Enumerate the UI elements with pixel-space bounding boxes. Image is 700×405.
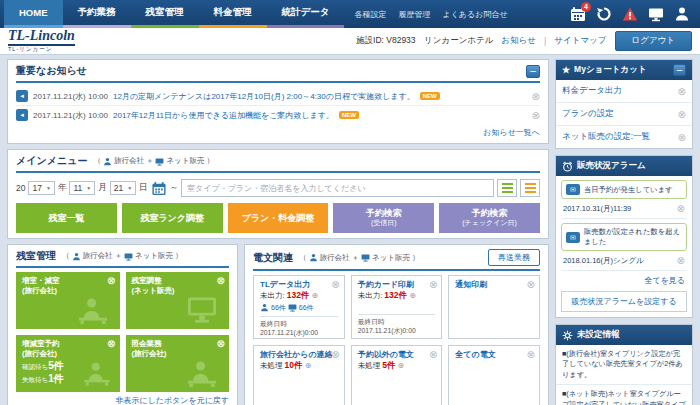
notice-link[interactable]: お知らせ	[501, 35, 536, 47]
agent-desk-icon	[74, 296, 112, 324]
net-sales-icon	[361, 253, 370, 262]
info-icon: ⊕	[398, 361, 405, 370]
travel-agent-icon	[260, 303, 269, 312]
tile-room-change-reservations[interactable]: ⊗ 増減室予約(旅行会社) 確認待ち5件 失敗待ち1件	[16, 335, 120, 392]
monitor-icon[interactable]	[648, 6, 664, 22]
shortcuts-panel: ★ Myショートカット − 料金データ出力⊗ プランの設定⊗ ネット販売の設定:…	[555, 59, 693, 149]
card-agency-contact[interactable]: ⊗ 旅行会社からの連絡 未処理 10件 ⊕	[253, 345, 345, 405]
day-label: 日	[139, 182, 148, 194]
card-notice-print[interactable]: ⊗ 通知印刷	[448, 275, 540, 339]
room-rank-adjust-button[interactable]: 残室ランク調整	[122, 203, 223, 233]
dismiss-icon[interactable]: ⊗	[532, 91, 540, 102]
app-logo[interactable]: TL-Lincoln TL-リンカーン	[8, 29, 75, 53]
net-sales-icon	[288, 303, 297, 312]
restore-hidden-buttons-link[interactable]: 非表示にしたボタンを元に戻す	[16, 392, 229, 405]
day-select[interactable]: 21▼	[110, 181, 136, 195]
plan-rate-adjust-button[interactable]: プラン・料金調整	[228, 203, 329, 233]
shortcut-net-sales-settings[interactable]: ネット販売の設定:一覧⊗	[556, 126, 692, 148]
dismiss-icon[interactable]: ⊗	[677, 255, 685, 266]
dismiss-icon[interactable]: ⊗	[331, 278, 339, 292]
sitemap-link[interactable]: サイトマップ	[554, 35, 606, 47]
alarm-detail-row: 2018.01.16(月)シングル ⊗	[561, 251, 687, 271]
shortcut-plan-settings[interactable]: プランの設定⊗	[556, 103, 692, 126]
dismiss-icon[interactable]: ⊗	[527, 348, 535, 362]
dismiss-icon[interactable]: ⊗	[532, 110, 540, 121]
calendar-badge: 4	[581, 2, 591, 12]
dismiss-icon[interactable]: ⊗	[107, 337, 115, 350]
info-icon: ⊕	[305, 361, 312, 370]
nav-tab-statistics[interactable]: 統計データ	[267, 0, 345, 28]
announcement-icon: ◂	[16, 90, 28, 102]
info-icon: ⊕	[409, 291, 416, 300]
nav-tab-home[interactable]: HOME	[4, 0, 63, 28]
list-view-orange-icon[interactable]	[520, 179, 540, 197]
collapse-announcements-button[interactable]: −	[526, 65, 540, 78]
shortcut-rate-data-output[interactable]: 料金データ出力⊗	[556, 80, 692, 103]
sales-alarm-title: 販売状況アラーム	[577, 160, 646, 172]
dismiss-icon[interactable]: ⊗	[331, 348, 339, 362]
dismiss-icon[interactable]: ⊗	[107, 274, 115, 287]
view-all-alarms-link[interactable]: 全てを見る	[561, 271, 687, 289]
year-select[interactable]: 17▼	[28, 181, 54, 195]
month-select[interactable]: 11▼	[69, 181, 95, 195]
card-non-reservation-telegrams[interactable]: ⊗ 予約以外の電文 未処理 5件 ⊕	[351, 345, 443, 405]
calendar-picker-icon[interactable]	[151, 181, 167, 196]
announcements-more-link[interactable]: お知らせ一覧へ	[16, 124, 540, 138]
dismiss-icon[interactable]: ⊗	[677, 203, 685, 214]
telegram-title: 電文関連	[253, 251, 293, 265]
unset-info-item: ■(ネット販売)ネット室タイプグループ設定が完了していない販売室タイプが3件あり…	[556, 385, 692, 405]
date-century: 20	[16, 183, 25, 193]
dismiss-icon[interactable]: ⊗	[678, 109, 686, 120]
month-label: 月	[98, 182, 107, 194]
calendar-icon[interactable]: 4	[570, 6, 586, 22]
resend-button[interactable]: 再送業務	[488, 249, 540, 266]
travel-agent-icon	[309, 253, 318, 262]
card-all-telegrams[interactable]: ⊗ 全ての電文	[448, 345, 540, 405]
telegram-panel: 電文関連 （ 旅行会社＋ ネット販売） 再送業務 ⊗ TLデータ出力 未出力: …	[244, 244, 549, 405]
sales-alarm-panel: 販売状況アラーム ✉ 当日予約が発生しています 2017.10.31(月)11:…	[555, 155, 693, 318]
card-reservation-card-print[interactable]: ⊗ 予約カード印刷 未出力: 132件 ⊕ 最終日時2017.11.21(水)0…	[351, 275, 443, 339]
agent-desk-icon	[82, 359, 112, 387]
nav-tab-rates[interactable]: 料金管理	[199, 0, 267, 28]
room-management-panel: 残室管理 （ 旅行会社＋ ネット販売） ⊗ 増室・減室(旅行会社)	[7, 244, 238, 405]
nav-settings[interactable]: 各種設定	[354, 9, 386, 20]
dismiss-icon[interactable]: ⊗	[678, 132, 686, 143]
dismiss-icon[interactable]: ⊗	[678, 86, 686, 97]
telegram-cards-grid: ⊗ TLデータ出力 未出力: 132件 ⊕ 66件 66件 最終日時2017.1…	[253, 275, 540, 405]
logout-button[interactable]: ログアウト	[615, 31, 693, 51]
tile-room-adjust-net[interactable]: ⊗ 残室調整(ネット販売)	[126, 272, 230, 329]
collapse-shortcuts-button[interactable]: −	[673, 64, 686, 76]
reservation-search-received-button[interactable]: 予約検索(受信日)	[333, 203, 434, 233]
refresh-icon[interactable]	[596, 6, 612, 22]
search-input[interactable]	[181, 179, 494, 197]
dismiss-icon[interactable]: ⊗	[429, 278, 437, 292]
room-list-button[interactable]: 残室一覧	[16, 203, 117, 233]
logo-title: TL-Lincoln	[8, 29, 75, 46]
announcements-title: 重要なお知らせ	[16, 64, 87, 78]
dismiss-icon[interactable]: ⊗	[217, 274, 225, 287]
list-view-green-icon[interactable]	[497, 179, 517, 197]
gear-icon	[562, 330, 573, 341]
nav-history[interactable]: 履歴管理	[398, 9, 430, 20]
card-tl-data-output[interactable]: ⊗ TLデータ出力 未出力: 132件 ⊕ 66件 66件 最終日時2017.1…	[253, 275, 345, 339]
announcement-icon: ◂	[16, 109, 28, 121]
announcement-link[interactable]: 12月の定期メンテナンスは2017年12月10日(月) 2:00～4:30の日程…	[113, 91, 415, 102]
nav-tab-reservations[interactable]: 予約業務	[63, 0, 131, 28]
main-menu-buttons: 残室一覧 残室ランク調整 プラン・料金調整 予約検索(受信日) 予約検索(チェッ…	[16, 203, 540, 233]
configure-alarms-link[interactable]: 販売状況アラームを設定する	[561, 291, 687, 312]
nav-faq[interactable]: よくあるお問合せ	[442, 9, 507, 20]
tile-inquiry-tasks[interactable]: ⊗ 照会業務(旅行会社)	[126, 335, 230, 392]
travel-agent-icon	[72, 252, 81, 261]
announcement-link[interactable]: 2017年12月11日から使用できる追加機能をご案内致します。	[113, 110, 334, 121]
warning-icon[interactable]	[622, 6, 638, 22]
reservation-search-checkin-button[interactable]: 予約検索(チェックイン日)	[439, 203, 540, 233]
link-separator: |	[544, 36, 546, 46]
tile-add-remove-rooms[interactable]: ⊗ 増室・減室(旅行会社)	[16, 272, 120, 329]
dismiss-icon[interactable]: ⊗	[217, 337, 225, 350]
nav-tab-room-inventory[interactable]: 残室管理	[131, 0, 199, 28]
user-icon[interactable]	[674, 6, 690, 22]
dismiss-icon[interactable]: ⊗	[429, 348, 437, 362]
agent-desk-icon	[183, 359, 221, 387]
dismiss-icon[interactable]: ⊗	[527, 278, 535, 292]
main-menu-title: メインメニュー	[16, 154, 87, 168]
